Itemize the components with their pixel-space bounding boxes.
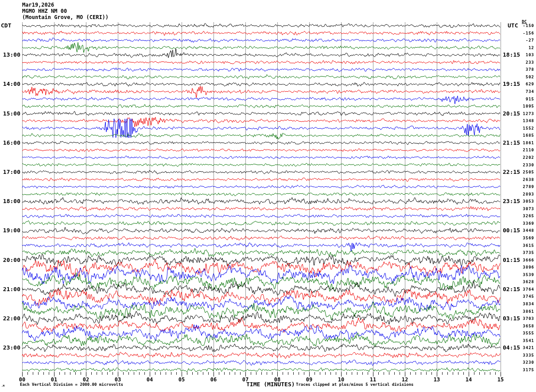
footer-scale-note: Each Vertical Division = 2000.00 microvo… bbox=[20, 382, 123, 387]
dc-value: 1095 bbox=[516, 104, 534, 108]
cdt-hour-label: 19:00 bbox=[3, 227, 20, 234]
dc-value: 1685 bbox=[516, 133, 534, 138]
header-location: (Mountain Grove, MO (CERI)) bbox=[22, 14, 109, 20]
dc-value: 3175 bbox=[516, 368, 534, 372]
dc-value: 734 bbox=[516, 89, 534, 94]
dc-value: 3896 bbox=[516, 265, 534, 269]
x-tick-label: 04 bbox=[141, 377, 159, 383]
seismogram-canvas bbox=[0, 0, 536, 392]
dc-value: 2789 bbox=[516, 184, 534, 189]
cdt-hour-label: 14:00 bbox=[3, 81, 20, 87]
x-tick-label: 11 bbox=[364, 377, 382, 383]
dc-offset-column: -150-156-2712103233378502629734915109512… bbox=[516, 0, 535, 392]
header-station: MGMO HHZ NM 00 bbox=[22, 8, 67, 14]
dc-value: 3745 bbox=[516, 294, 534, 299]
dc-value: 233 bbox=[516, 60, 534, 65]
x-tick-label: 00 bbox=[13, 377, 31, 383]
dc-value: 3421 bbox=[516, 346, 534, 350]
dc-value: -150 bbox=[516, 23, 534, 28]
x-tick-label: 05 bbox=[173, 377, 190, 383]
cdt-hour-label: 15:00 bbox=[3, 110, 20, 117]
dc-value: 3628 bbox=[516, 280, 534, 284]
dc-value: 3073 bbox=[516, 207, 534, 211]
cdt-hour-label: 18:00 bbox=[3, 198, 20, 204]
dc-value: 3764 bbox=[516, 287, 534, 292]
dc-value: -27 bbox=[516, 38, 534, 42]
cdt-hour-label: 20:00 bbox=[3, 257, 20, 263]
dc-value: 3369 bbox=[516, 221, 534, 226]
cdt-hour-label: 23:00 bbox=[3, 344, 20, 351]
x-tick-label: 03 bbox=[109, 377, 127, 383]
dc-value: 1552 bbox=[516, 126, 534, 131]
x-tick-label: 10 bbox=[332, 377, 350, 383]
dc-value: 3615 bbox=[516, 243, 534, 248]
dc-value: 3335 bbox=[516, 353, 534, 357]
dc-value: 915 bbox=[516, 97, 534, 101]
dc-value: 2110 bbox=[516, 148, 534, 152]
dc-value: 103 bbox=[516, 53, 534, 57]
cdt-hour-label: 13:00 bbox=[3, 51, 20, 58]
dc-value: 2638 bbox=[516, 177, 534, 182]
dc-value: 378 bbox=[516, 67, 534, 72]
x-axis-title: TIME (MINUTES) bbox=[246, 381, 295, 388]
logo-glyph: .M bbox=[1, 384, 4, 387]
dc-value: 3703 bbox=[516, 316, 534, 321]
dc-value: 3230 bbox=[516, 360, 534, 365]
dc-value: 3541 bbox=[516, 338, 534, 343]
x-tick-label: 06 bbox=[205, 377, 222, 383]
dc-value: 1861 bbox=[516, 141, 534, 145]
footer-clip-note: Traces clipped at plus/minus 5 vertical … bbox=[296, 382, 414, 387]
dc-value: 3053 bbox=[516, 199, 534, 204]
x-tick-label: 14 bbox=[460, 377, 478, 383]
dc-value: 502 bbox=[516, 75, 534, 79]
dc-value: 3448 bbox=[516, 228, 534, 233]
dc-value: 629 bbox=[516, 82, 534, 86]
dc-value: 2330 bbox=[516, 163, 534, 167]
dc-value: 1273 bbox=[516, 111, 534, 116]
header-date: Mar19,2026 bbox=[22, 2, 54, 8]
cdt-hour-label: 17:00 bbox=[3, 169, 20, 175]
dc-value: 12 bbox=[516, 46, 534, 50]
dc-value: 2893 bbox=[516, 192, 534, 196]
dc-value: 3555 bbox=[516, 331, 534, 335]
dc-value: 2202 bbox=[516, 155, 534, 160]
dc-value: 3861 bbox=[516, 309, 534, 314]
cdt-hour-label: 21:00 bbox=[3, 286, 20, 292]
x-tick-label: 02 bbox=[77, 377, 95, 383]
x-tick-label: 13 bbox=[428, 377, 446, 383]
cdt-hour-label: 16:00 bbox=[3, 139, 20, 146]
dc-value: 2505 bbox=[516, 170, 534, 174]
dc-value: 3666 bbox=[516, 258, 534, 262]
dc-value: -156 bbox=[516, 31, 534, 35]
x-tick-label: 01 bbox=[45, 377, 63, 383]
x-tick-label: 09 bbox=[300, 377, 318, 383]
cdt-hour-label: 22:00 bbox=[3, 315, 20, 322]
dc-value: 3569 bbox=[516, 236, 534, 240]
dc-value: 3834 bbox=[516, 302, 534, 306]
x-tick-label: 12 bbox=[396, 377, 414, 383]
dc-value: 3265 bbox=[516, 214, 534, 218]
x-tick-label: 15 bbox=[492, 377, 509, 383]
dc-value: 3658 bbox=[516, 324, 534, 328]
dc-value: 3735 bbox=[516, 250, 534, 255]
dc-value: 3539 bbox=[516, 273, 534, 277]
cdt-time-column: 13:0014:0015:0016:0017:0018:0019:0020:00… bbox=[0, 0, 21, 392]
dc-value: 1348 bbox=[516, 119, 534, 123]
